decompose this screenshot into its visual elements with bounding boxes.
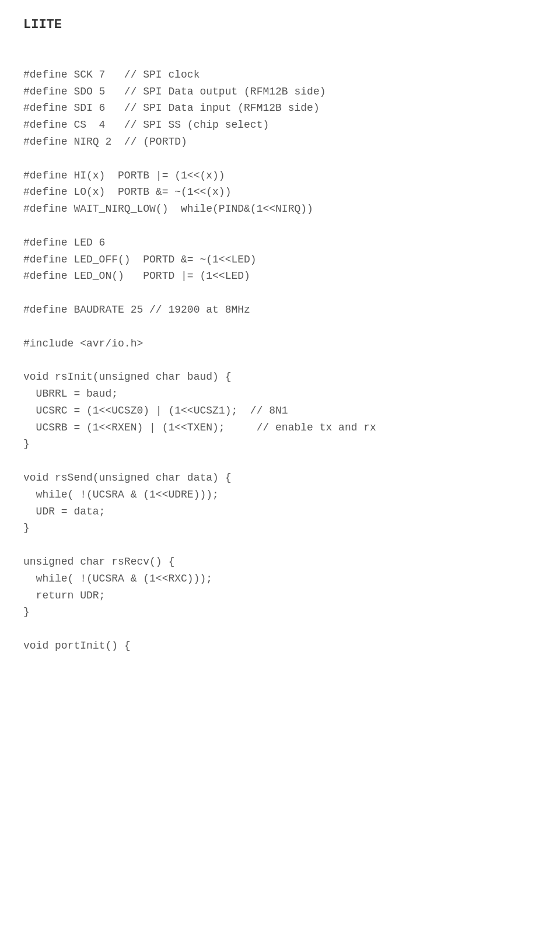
page-title: LIITE: [23, 17, 537, 32]
code-block: #define SCK 7 // SPI clock #define SDO 5…: [23, 50, 537, 654]
